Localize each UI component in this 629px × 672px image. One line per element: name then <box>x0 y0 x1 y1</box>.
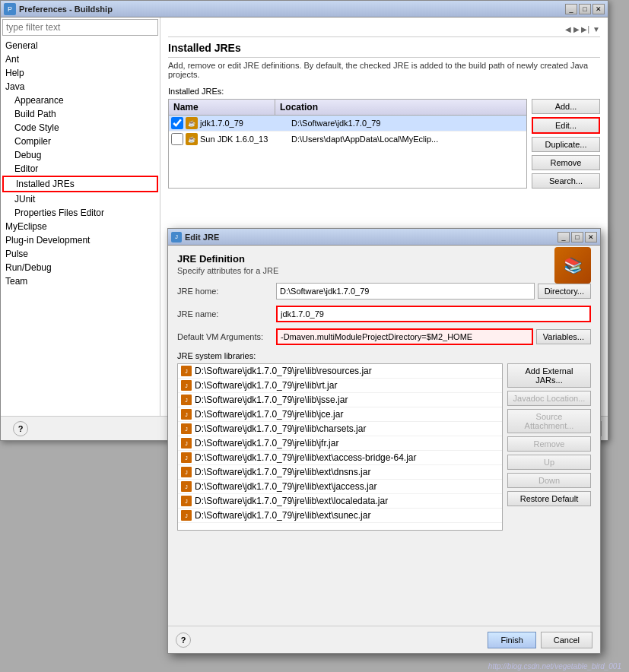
lib-icon: J <box>181 496 192 506</box>
maximize-button[interactable]: □ <box>579 4 591 14</box>
jre-def-title: JRE Definition <box>177 253 591 265</box>
sidebar-item-run-debug[interactable]: Run/Debug <box>2 261 158 274</box>
finish-button[interactable]: Finish <box>488 632 535 648</box>
jre-home-input[interactable] <box>276 283 535 300</box>
sidebar-item-help[interactable]: Help <box>2 66 158 80</box>
sidebar-item-myeclipse[interactable]: MyEclipse <box>2 220 158 233</box>
sidebar-item-general[interactable]: General <box>2 39 158 52</box>
jre-loc-2: D:\Users\dapt\AppData\Local\MyEclip... <box>291 135 526 144</box>
help-button[interactable]: ? <box>13 421 28 436</box>
jre-icon-2: ☕ <box>186 133 198 145</box>
default-vm-input[interactable] <box>276 328 533 345</box>
lib-item-5[interactable]: J D:\Software\jdk1.7.0_79\jre\lib\jfr.ja… <box>178 436 502 451</box>
lib-icon: J <box>181 481 192 492</box>
jre-name-input[interactable] <box>276 306 591 322</box>
lib-icon: J <box>181 380 192 391</box>
installed-label: Installed JREs: <box>168 87 600 96</box>
libs-list[interactable]: J D:\Software\jdk1.7.0_79\jre\lib\resour… <box>177 363 503 531</box>
jre-table: Name Location ☕ jdk1.7.0_79 D:\Software\… <box>168 99 527 189</box>
sidebar-item-props-editor[interactable]: Properties Files Editor <box>2 206 158 220</box>
source-attachment-button[interactable]: Source Attachment... <box>507 409 591 433</box>
sidebar-item-team[interactable]: Team <box>2 274 158 288</box>
dialog-footer: ? Finish Cancel <box>168 626 600 653</box>
jre-row-2[interactable]: ☕ Sun JDK 1.6.0_13 D:\Users\dapt\AppData… <box>169 132 526 147</box>
lib-item-3[interactable]: J D:\Software\jdk1.7.0_79\jre\lib\jce.ja… <box>178 407 502 422</box>
sidebar-item-junit[interactable]: JUnit <box>2 192 158 206</box>
directory-button[interactable]: Directory... <box>538 284 591 299</box>
jre-table-header: Name Location <box>169 100 526 116</box>
preferences-title-bar: P Preferences - Buildship _ □ ✕ <box>1 1 608 17</box>
dialog-maximize-button[interactable]: □ <box>571 232 583 242</box>
sidebar-item-java[interactable]: Java <box>2 80 158 94</box>
sidebar-item-compiler[interactable]: Compiler <box>2 135 158 148</box>
edit-jre-title-bar: J Edit JRE _ □ ✕ <box>168 229 600 246</box>
lib-remove-button[interactable]: Remove <box>507 436 591 452</box>
sidebar-item-code-style[interactable]: Code Style <box>2 121 158 135</box>
add-button[interactable]: Add... <box>532 99 600 114</box>
dialog-close-button[interactable]: ✕ <box>585 232 597 242</box>
jre-checkbox-1[interactable] <box>171 117 183 129</box>
close-button[interactable]: ✕ <box>592 4 605 14</box>
jre-loc-1: D:\Software\jdk1.7.0_79 <box>291 119 526 128</box>
lib-item-1[interactable]: J D:\Software\jdk1.7.0_79\jre\lib\rt.jar <box>178 379 502 393</box>
add-external-jars-button[interactable]: Add External JARs... <box>507 363 591 388</box>
jre-icon-1: ☕ <box>186 117 198 129</box>
preferences-window-icon: P <box>4 3 16 15</box>
libs-label: JRE system libraries: <box>177 351 591 360</box>
variables-button[interactable]: Variables... <box>536 329 591 344</box>
sidebar-item-pulse[interactable]: Pulse <box>2 247 158 261</box>
search-button[interactable]: Search... <box>532 173 600 189</box>
jre-action-buttons: Add... Edit... Duplicate... Remove Searc… <box>532 99 600 189</box>
lib-item-7[interactable]: J D:\Software\jdk1.7.0_79\jre\lib\ext\dn… <box>178 465 502 480</box>
minimize-button[interactable]: _ <box>565 4 577 14</box>
sidebar-item-appearance[interactable]: Appearance <box>2 94 158 107</box>
restore-default-button[interactable]: Restore Default <box>507 491 591 506</box>
edit-button[interactable]: Edit... <box>532 117 600 134</box>
col-location-header: Location <box>275 100 526 115</box>
lib-icon: J <box>181 409 192 420</box>
filter-input[interactable] <box>2 19 158 36</box>
sidebar-item-plugin-dev[interactable]: Plug-in Development <box>2 233 158 247</box>
lib-item-0[interactable]: J D:\Software\jdk1.7.0_79\jre\lib\resour… <box>178 364 502 379</box>
lib-item-4[interactable]: J D:\Software\jdk1.7.0_79\jre\lib\charse… <box>178 422 502 436</box>
lib-icon: J <box>181 510 192 521</box>
col-name-header: Name <box>169 100 275 115</box>
lib-item-8[interactable]: J D:\Software\jdk1.7.0_79\jre\lib\ext\ja… <box>178 480 502 494</box>
jre-name-1: jdk1.7.0_79 <box>200 119 291 128</box>
lib-item-6[interactable]: J D:\Software\jdk1.7.0_79\jre\lib\ext\ac… <box>178 451 502 465</box>
libs-area: J D:\Software\jdk1.7.0_79\jre\lib\resour… <box>177 363 591 531</box>
jre-home-row: JRE home: Directory... <box>177 283 591 300</box>
sidebar-item-ant[interactable]: Ant <box>2 52 158 66</box>
cancel-button[interactable]: Cancel <box>541 632 592 648</box>
down-button[interactable]: Down <box>507 473 591 488</box>
lib-item-2[interactable]: J D:\Software\jdk1.7.0_79\jre\lib\jsse.j… <box>178 393 502 407</box>
lib-icon: J <box>181 438 192 449</box>
lib-icon: J <box>181 467 192 477</box>
libs-buttons: Add External JARs... Javadoc Location...… <box>507 363 591 531</box>
jre-row-1[interactable]: ☕ jdk1.7.0_79 D:\Software\jdk1.7.0_79 <box>169 116 526 132</box>
preferences-window-title: Preferences - Buildship <box>19 5 565 14</box>
dialog-body: JRE Definition Specify attributes for a … <box>168 246 600 538</box>
sidebar-item-build-path[interactable]: Build Path <box>2 107 158 121</box>
duplicate-button[interactable]: Duplicate... <box>532 137 600 152</box>
jre-checkbox-2[interactable] <box>171 133 183 145</box>
default-vm-label: Default VM Arguments: <box>177 332 276 341</box>
dialog-help-button[interactable]: ? <box>176 632 191 648</box>
jre-home-label: JRE home: <box>177 287 276 296</box>
dialog-minimize-button[interactable]: _ <box>558 232 570 242</box>
up-button[interactable]: Up <box>507 455 591 470</box>
lib-item-10[interactable]: J D:\Software\jdk1.7.0_79\jre\lib\ext\su… <box>178 509 502 523</box>
remove-button[interactable]: Remove <box>532 155 600 170</box>
content-title: Installed JREs <box>168 42 600 58</box>
sidebar-item-editor[interactable]: Editor <box>2 162 158 176</box>
lib-icon: J <box>181 423 192 434</box>
edit-jre-dialog: J Edit JRE _ □ ✕ JRE Definition Specify … <box>167 228 601 654</box>
javadoc-location-button[interactable]: Javadoc Location... <box>507 391 591 406</box>
lib-icon: J <box>181 366 192 376</box>
lib-icon: J <box>181 452 192 463</box>
title-bar-buttons: _ □ ✕ <box>565 4 605 14</box>
lib-item-9[interactable]: J D:\Software\jdk1.7.0_79\jre\lib\ext\lo… <box>178 494 502 509</box>
edit-jre-title: Edit JRE <box>185 233 558 242</box>
sidebar-item-installed-jres[interactable]: Installed JREs <box>2 176 158 192</box>
sidebar-item-debug[interactable]: Debug <box>2 148 158 162</box>
